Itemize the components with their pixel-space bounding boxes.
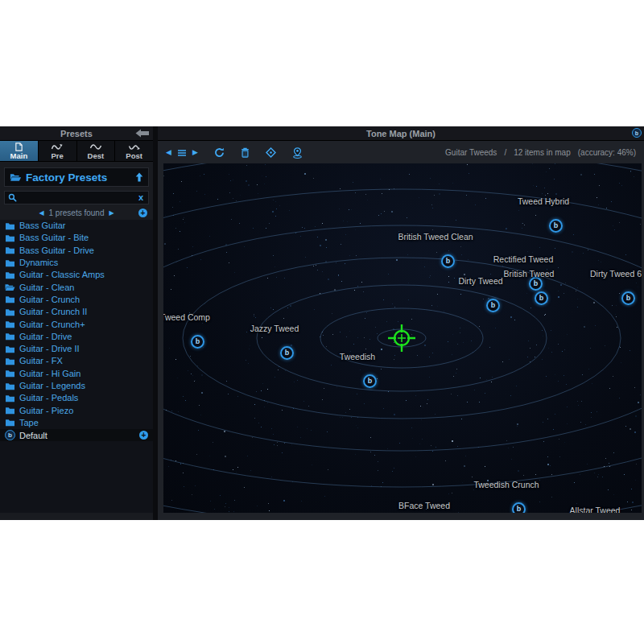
folder-item-label: Tape: [19, 419, 39, 427]
folder-item[interactable]: Guitar - Drive II: [0, 343, 153, 355]
folder-icon: [5, 308, 15, 316]
search-box: x: [4, 191, 149, 204]
preset-point-icon: b: [549, 219, 563, 233]
up-arrow-icon[interactable]: [135, 172, 143, 182]
folder-item[interactable]: Guitar - Pedals: [0, 392, 153, 404]
folder-item[interactable]: Tape: [0, 417, 153, 429]
target-crosshair-icon[interactable]: [386, 322, 418, 354]
folder-item[interactable]: Bass Guitar - Drive: [0, 245, 153, 257]
map-point-label: Dirty Tweed: [458, 276, 502, 286]
map-point-label: Tweedish: [340, 352, 375, 361]
results-pager: ◀ 1 presets found ▶ +: [0, 207, 153, 219]
tone-map-title: Tone Map (Main): [366, 129, 436, 138]
folder-item[interactable]: Guitar - Drive: [0, 331, 153, 343]
left-arrow-icon: [135, 129, 150, 138]
preset-badge-icon[interactable]: b: [632, 128, 642, 138]
folder-item[interactable]: Guitar - FX: [0, 355, 153, 367]
folder-item[interactable]: Guitar - Crunch: [0, 294, 153, 306]
results-count: 1 presets found: [49, 208, 105, 217]
folder-item-label: Bass Guitar: [19, 221, 65, 230]
map-point-label: Tweedish Crunch: [473, 480, 539, 489]
add-folder-button[interactable]: +: [138, 208, 147, 217]
folder-item[interactable]: Bass Guitar: [0, 220, 153, 232]
folder-item[interactable]: Guitar - Clean: [0, 281, 153, 293]
folder-icon: [5, 271, 15, 279]
collapse-panel-button[interactable]: [135, 129, 150, 138]
folder-item[interactable]: Guitar - Hi Gain: [0, 368, 153, 380]
preset-point-icon: b: [486, 299, 500, 312]
tab-main-label: Main: [10, 152, 28, 160]
search-icon: [8, 193, 17, 202]
trash-icon: [241, 147, 250, 158]
app-window: Presets Main Pre: [0, 126, 644, 520]
map-point-label: BFace Tweed: [398, 501, 450, 510]
folder-icon: [5, 357, 15, 365]
folder-icon: [5, 222, 15, 230]
folder-item[interactable]: Dynamics: [0, 257, 153, 269]
tab-post[interactable]: Post: [115, 141, 153, 161]
folder-icon: [5, 369, 15, 378]
folder-item-label: Dynamics: [19, 258, 58, 267]
folder-item-label: Guitar - Hi Gain: [19, 369, 80, 378]
list-icon: [177, 149, 187, 157]
folder-item[interactable]: Bass Guitar - Bite: [0, 232, 153, 244]
folder-item-label: Guitar - Crunch: [19, 295, 80, 304]
folder-item-label: Guitar - FX: [19, 357, 63, 365]
search-input[interactable]: [20, 192, 134, 203]
list-button[interactable]: [177, 149, 187, 157]
folder-item[interactable]: Guitar - Crunch+: [0, 318, 153, 330]
tab-dest-label: Dest: [88, 152, 105, 160]
preset-tabs: Main Pre Dest Post: [0, 141, 153, 162]
accuracy-value: (accuracy: 46%): [578, 148, 636, 157]
tab-pre[interactable]: Pre: [39, 141, 77, 161]
folder-item[interactable]: Guitar - Piezo: [0, 404, 153, 416]
folder-item-label: Guitar - Drive: [19, 332, 72, 341]
map-point-label: Jazzy Tweed: [250, 324, 299, 333]
tab-dest[interactable]: Dest: [77, 141, 116, 161]
map-point-label: British Tweed: [504, 269, 555, 279]
preset-point-icon: b: [363, 374, 377, 388]
presets-title-bar: Presets: [0, 126, 153, 141]
root-folder-button[interactable]: Factory Presets: [4, 167, 149, 187]
tab-main[interactable]: Main: [0, 141, 39, 161]
locate-button[interactable]: [292, 147, 303, 159]
map-point-label: Tweed Hybrid: [518, 196, 569, 206]
folder-item-label: Guitar - Drive II: [19, 345, 80, 353]
folder-icon: [5, 295, 15, 303]
map-point-label: Allstar Tweed: [570, 506, 621, 513]
refresh-icon: [214, 147, 225, 158]
next-result-button[interactable]: ▶: [109, 210, 114, 217]
map-point-label: Rectified Tweed: [493, 254, 554, 264]
map-point-label: British Tweed Clean: [398, 232, 473, 242]
prev-result-button[interactable]: ◀: [39, 210, 43, 217]
open-folder-icon: [5, 283, 15, 291]
open-folder-icon: [10, 173, 22, 182]
delete-button[interactable]: [241, 147, 250, 158]
root-folder-label: Factory Presets: [26, 171, 131, 184]
folder-item[interactable]: Guitar - Crunch II: [0, 306, 153, 318]
collection-name: Guitar Tweeds: [445, 148, 497, 157]
location-pin-icon: [292, 147, 303, 159]
wave-out-icon: [128, 142, 141, 151]
tone-map-canvas[interactable]: bTweed HybridbBritish Tweed CleanbRectif…: [163, 163, 642, 513]
preset-item-default[interactable]: b Default +: [0, 429, 153, 441]
tab-pre-label: Pre: [51, 152, 63, 160]
center-target-button[interactable]: [266, 147, 276, 158]
refresh-button[interactable]: [214, 147, 225, 158]
folder-icon: [5, 419, 15, 427]
tone-map-toolbar: ◀ ▶: [158, 141, 644, 164]
folder-item-label: Guitar - Crunch II: [19, 308, 87, 316]
folder-item[interactable]: Guitar - Legends: [0, 380, 153, 392]
folder-item-label: Guitar - Pedals: [19, 394, 78, 402]
folder-item-label: Guitar - Clean: [19, 283, 74, 292]
folder-item[interactable]: Guitar - Classic Amps: [0, 269, 153, 281]
page-icon: [14, 142, 23, 151]
add-preset-button[interactable]: +: [139, 431, 148, 440]
presets-panel: Presets Main Pre: [0, 126, 153, 520]
previous-button[interactable]: ◀: [166, 149, 171, 156]
wave-icon: [89, 142, 102, 151]
folder-item-label: Bass Guitar - Bite: [19, 233, 89, 242]
folder-item-label: Guitar - Crunch+: [19, 320, 85, 329]
next-button[interactable]: ▶: [192, 149, 198, 156]
clear-search-button[interactable]: x: [137, 193, 145, 202]
